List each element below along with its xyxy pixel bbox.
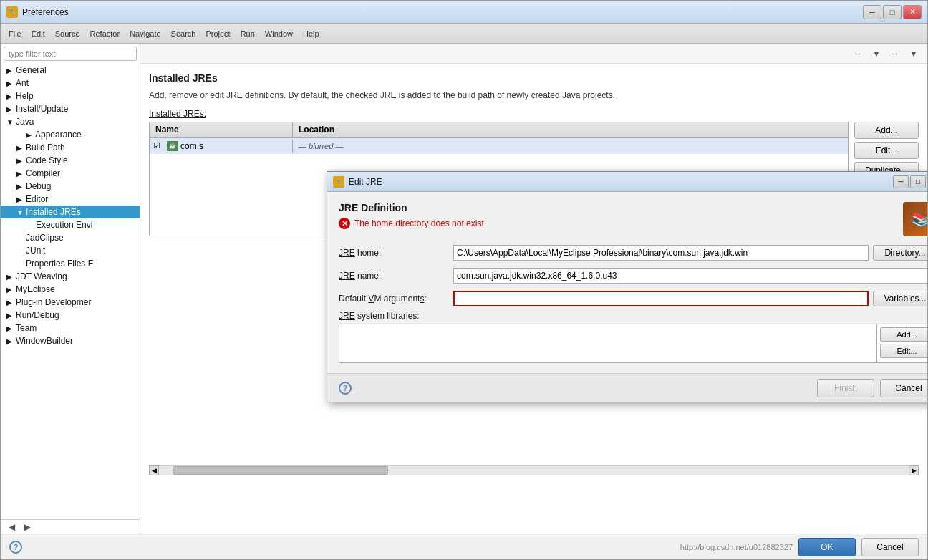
sidebar-item-install-update[interactable]: ▶Install/Update [1,102,140,115]
sidebar-item-jdt-weaving[interactable]: ▶JDT Weaving [1,270,140,283]
bottom-bar: ? http://blog.csdn.net/u012882327 OK Can… [1,534,927,559]
sidebar-item-editor[interactable]: ▶Editor [1,193,140,206]
jre-home-row: JRE home: Directory... [339,245,927,261]
table-row[interactable]: ☑ ☕ com.s — blurred — [150,138,848,154]
modal-footer-buttons: Finish Cancel [817,379,927,397]
title-controls: ─ □ ✕ [863,5,922,19]
scroll-right-btn[interactable]: ▶ [909,465,919,475]
lib-buttons: Add... Edit... [876,324,927,362]
sidebar-item-compiler[interactable]: ▶Compiler [1,167,140,180]
sidebar-item-execution-env[interactable]: Execution Envi [1,218,140,231]
sidebar-item-general[interactable]: ▶General [1,64,140,77]
toolbar-source[interactable]: Source [50,26,85,42]
jre-def-title-area: JRE Definition ✕ The home directory does… [339,202,896,229]
back-dropdown[interactable]: ▼ [869,47,884,61]
sidebar-item-build-path[interactable]: ▶Build Path [1,141,140,154]
finish-button[interactable]: Finish [817,379,874,397]
ok-button[interactable]: OK [798,538,856,556]
toolbar-help[interactable]: Help [298,26,324,42]
jre-name-input[interactable] [453,268,927,284]
sidebar-item-appearance[interactable]: ▶▶Appearance [1,128,140,141]
jre-name-cell: ☕ com.s [164,140,293,153]
forward-dropdown[interactable]: ▼ [906,47,922,61]
horizontal-scrollbar[interactable]: ◀ ▶ [149,465,919,475]
jre-table-header: Name Location [150,122,848,138]
col-location: Location [293,122,848,137]
jre-name-label: JRE name: [339,271,453,281]
vm-args-input[interactable] [453,291,869,306]
sidebar-item-plugin-dev[interactable]: ▶Plug-in Developmer [1,296,140,309]
maximize-button[interactable]: □ [883,5,902,19]
sidebar-bottom: ◀ ▶ [1,519,140,534]
sidebar-item-installed-jres[interactable]: ▼Installed JREs [1,206,140,218]
modal-title: Edit JRE [349,177,893,187]
sidebar-item-ant[interactable]: ▶Ant [1,77,140,90]
toolbar-navigate[interactable]: Navigate [125,26,165,42]
form-grid: JRE home: Directory... JRE name: Default… [339,245,927,306]
error-icon: ✕ [339,218,350,229]
toolbar: File Edit Source Refactor Navigate Searc… [1,24,927,44]
jre-home-label: JRE home: [339,248,453,258]
sidebar-item-team[interactable]: ▶Team [1,322,140,334]
sidebar-item-jadclipse[interactable]: ▶JadClipse [1,231,140,244]
lib-list [339,324,876,362]
col-name: Name [150,122,293,137]
toolbar-edit[interactable]: Edit [26,26,50,42]
installed-jres-panel: Installed JREs Add, remove or edit JRE d… [140,64,927,534]
cancel-button[interactable]: Cancel [880,379,927,397]
jre-home-input[interactable] [453,245,869,261]
main-window: 🔧 Preferences ─ □ ✕ File Edit Source Ref… [0,0,928,560]
status-url: http://blog.csdn.net/u012882327 [680,543,793,551]
sidebar-item-code-style[interactable]: ▶Code Style [1,154,140,167]
toolbar-window[interactable]: Window [260,26,298,42]
sidebar-item-java[interactable]: ▼Java [1,115,140,128]
filter-input[interactable] [4,47,137,61]
lib-edit-btn[interactable]: Edit... [880,344,927,358]
sidebar-right-btn[interactable]: ▶ [19,520,35,534]
edit-button[interactable]: Edit... [854,142,919,159]
sidebar-item-help[interactable]: ▶Help [1,90,140,102]
jre-def-header: JRE Definition ✕ The home directory does… [339,202,927,236]
modal-maximize[interactable]: □ [910,175,926,188]
toolbar-refactor[interactable]: Refactor [85,26,125,42]
toolbar-run[interactable]: Run [236,26,260,42]
sidebar-item-debug[interactable]: ▶Debug [1,180,140,193]
libraries-table: Add... Edit... [339,324,927,363]
sidebar-item-myeclipse[interactable]: ▶MyEclipse [1,283,140,296]
jre-checkbox[interactable]: ☑ [150,141,164,150]
modal-minimize[interactable]: ─ [893,175,909,188]
lib-add-btn[interactable]: Add... [880,327,927,342]
close-button[interactable]: ✕ [903,5,922,19]
panel-description: Add, remove or edit JRE definitions. By … [149,90,919,102]
content-area: ▶General ▶Ant ▶Help ▶Install/Update ▼Jav… [1,44,927,534]
edit-jre-dialog: 🔧 Edit JRE ─ □ ✕ JRE Definition [327,171,927,402]
scroll-thumb[interactable] [173,466,388,475]
forward-button[interactable]: → [887,47,903,61]
help-icon[interactable]: ? [9,541,22,554]
variables-button[interactable]: Variables... [873,291,927,306]
sidebar-item-run-debug[interactable]: ▶Run/Debug [1,309,140,322]
window-title: Preferences [22,7,863,17]
modal-footer: ? Finish Cancel [327,373,927,402]
modal-title-bar: 🔧 Edit JRE ─ □ ✕ [327,172,927,192]
libraries-label: JRE system libraries: [339,311,927,321]
add-button[interactable]: Add... [854,122,919,139]
modal-controls: ─ □ ✕ [893,175,927,188]
vm-args-label: Default VM arguments: [339,294,453,304]
sidebar-item-junit[interactable]: ▶JUnit [1,244,140,257]
scroll-left-btn[interactable]: ◀ [149,465,159,475]
minimize-button[interactable]: ─ [863,5,881,19]
toolbar-search[interactable]: Search [166,26,201,42]
modal-icon: 🔧 [333,176,344,188]
cancel-main-button[interactable]: Cancel [861,538,919,556]
sidebar-item-windowbuilder[interactable]: ▶WindowBuilder [1,334,140,347]
toolbar-file[interactable]: File [4,26,26,42]
vm-args-row: Default VM arguments: Variables... [339,291,927,306]
modal-help-button[interactable]: ? [339,382,352,395]
main-content: ← ▼ → ▼ Installed JREs Add, remove or ed… [140,44,927,534]
back-button[interactable]: ← [850,47,866,61]
toolbar-project[interactable]: Project [200,26,235,42]
directory-button[interactable]: Directory... [873,245,927,261]
sidebar-left-btn[interactable]: ◀ [4,520,19,534]
sidebar-item-properties-files[interactable]: ▶Properties Files E [1,257,140,270]
